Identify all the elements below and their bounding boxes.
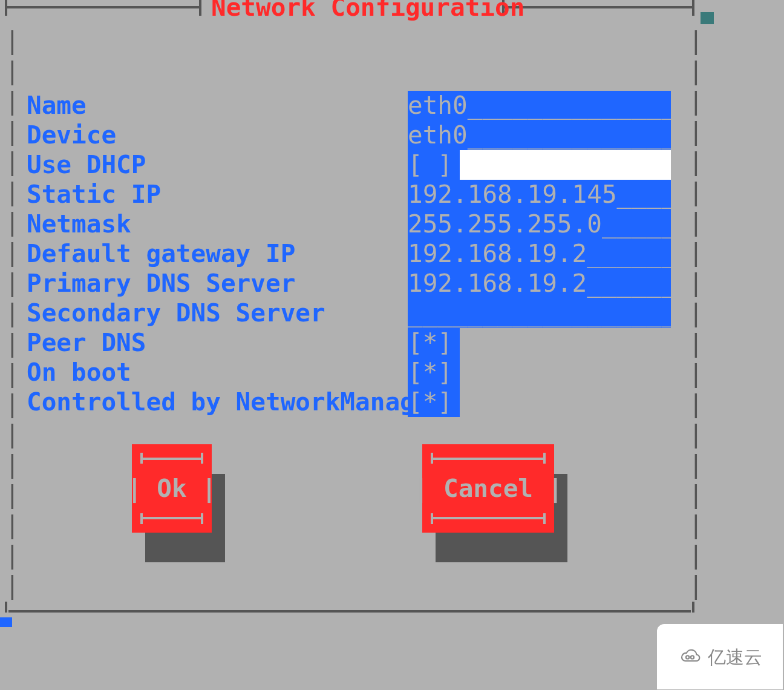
label-netmask: Netmask — [27, 209, 408, 239]
frame-tick — [5, 0, 7, 16]
ok-button-wrap: | Ok | — [132, 444, 212, 533]
label-use-dhcp: Use DHCP — [27, 150, 408, 180]
network-form: Name eth0________________ Device eth0___… — [27, 91, 674, 417]
label-gateway: Default gateway IP — [27, 239, 408, 269]
input-dns1[interactable]: 192.168.19.2________ — [408, 269, 671, 298]
row-on-boot: On boot [*] — [27, 358, 674, 387]
checkbox-networkmanager[interactable]: [*] — [408, 387, 460, 417]
decor-pixel — [701, 12, 714, 24]
row-static-ip: Static IP 192.168.19.145______ — [27, 180, 674, 209]
frame-tick — [692, 602, 694, 613]
blank-after-dhcp — [460, 150, 671, 180]
input-netmask[interactable]: 255.255.255.0_______ — [408, 209, 671, 239]
input-dns2[interactable]: ____________________ — [408, 298, 671, 328]
frame-line — [505, 6, 694, 8]
frame-tick — [199, 0, 201, 16]
cloud-icon — [678, 644, 703, 669]
cancel-button[interactable]: | Cancel | — [422, 444, 554, 533]
row-peer-dns: Peer DNS [*] — [27, 328, 674, 358]
frame-line — [8, 610, 691, 613]
ok-button[interactable]: | Ok | — [132, 444, 212, 533]
row-device: Device eth0________________ — [27, 120, 674, 150]
input-device[interactable]: eth0________________ — [408, 120, 671, 150]
dialog-title: Network Configuration — [211, 0, 524, 22]
input-gateway[interactable]: 192.168.19.2________ — [408, 239, 671, 269]
row-networkmanager: Controlled by NetworkManager [*] — [27, 387, 674, 417]
cancel-button-label: | Cancel | — [414, 474, 563, 504]
input-static-ip[interactable]: 192.168.19.145______ — [408, 180, 671, 209]
label-dns2: Secondary DNS Server — [27, 298, 408, 328]
ok-button-label: | Ok | — [127, 474, 217, 504]
row-gateway: Default gateway IP 192.168.19.2________ — [27, 239, 674, 269]
label-name: Name — [27, 91, 408, 120]
watermark-text: 亿速云 — [708, 642, 762, 672]
frame-tick — [692, 0, 694, 16]
label-static-ip: Static IP — [27, 180, 408, 209]
row-dns1: Primary DNS Server 192.168.19.2________ — [27, 269, 674, 298]
checkbox-use-dhcp[interactable]: [ ] — [408, 150, 460, 180]
checkbox-on-boot[interactable]: [*] — [408, 358, 460, 387]
label-on-boot: On boot — [27, 358, 408, 387]
cancel-button-wrap: | Cancel | — [422, 444, 554, 533]
row-use-dhcp: Use DHCP [ ] — [27, 150, 674, 180]
input-name[interactable]: eth0________________ — [408, 91, 671, 120]
checkbox-peer-dns[interactable]: [*] — [408, 328, 460, 358]
row-netmask: Netmask 255.255.255.0_______ — [27, 209, 674, 239]
frame-side-right: | | | | | | | | | | | | | | | | | | | — [688, 25, 693, 606]
decor-strip — [0, 617, 12, 627]
frame-line — [5, 6, 201, 8]
label-networkmanager: Controlled by NetworkManager — [27, 387, 408, 417]
frame-side-left: | | | | | | | | | | | | | | | | | | | — [5, 25, 10, 606]
row-name: Name eth0________________ — [27, 91, 674, 120]
svg-point-0 — [686, 656, 689, 659]
row-dns2: Secondary DNS Server ___________________… — [27, 298, 674, 328]
frame-tick — [5, 602, 7, 613]
label-device: Device — [27, 120, 408, 150]
label-peer-dns: Peer DNS — [27, 328, 408, 358]
watermark: 亿速云 — [657, 624, 783, 689]
svg-point-1 — [691, 656, 694, 659]
label-dns1: Primary DNS Server — [27, 269, 408, 298]
